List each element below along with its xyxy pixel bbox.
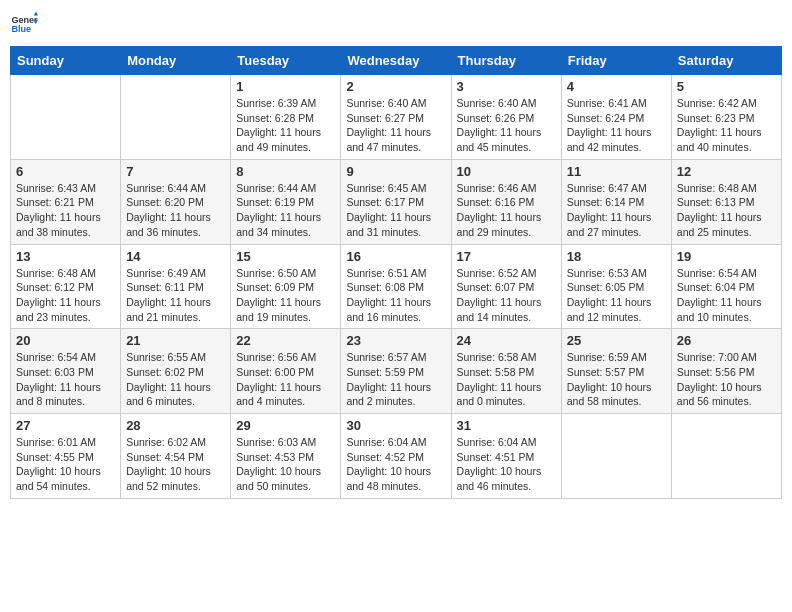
day-info: Sunrise: 6:48 AM Sunset: 6:12 PM Dayligh… xyxy=(16,266,115,325)
day-header-monday: Monday xyxy=(121,47,231,75)
calendar-cell: 17Sunrise: 6:52 AM Sunset: 6:07 PM Dayli… xyxy=(451,244,561,329)
svg-text:Blue: Blue xyxy=(11,24,31,34)
header: General Blue xyxy=(10,10,782,38)
day-info: Sunrise: 6:47 AM Sunset: 6:14 PM Dayligh… xyxy=(567,181,666,240)
calendar-cell: 10Sunrise: 6:46 AM Sunset: 6:16 PM Dayli… xyxy=(451,159,561,244)
day-info: Sunrise: 6:41 AM Sunset: 6:24 PM Dayligh… xyxy=(567,96,666,155)
day-info: Sunrise: 6:57 AM Sunset: 5:59 PM Dayligh… xyxy=(346,350,445,409)
day-number: 25 xyxy=(567,333,666,348)
day-info: Sunrise: 6:55 AM Sunset: 6:02 PM Dayligh… xyxy=(126,350,225,409)
day-header-wednesday: Wednesday xyxy=(341,47,451,75)
day-number: 17 xyxy=(457,249,556,264)
svg-marker-2 xyxy=(34,11,38,15)
calendar-cell: 26Sunrise: 7:00 AM Sunset: 5:56 PM Dayli… xyxy=(671,329,781,414)
calendar-cell: 27Sunrise: 6:01 AM Sunset: 4:55 PM Dayli… xyxy=(11,414,121,499)
day-info: Sunrise: 6:52 AM Sunset: 6:07 PM Dayligh… xyxy=(457,266,556,325)
calendar-cell: 3Sunrise: 6:40 AM Sunset: 6:26 PM Daylig… xyxy=(451,75,561,160)
day-info: Sunrise: 6:40 AM Sunset: 6:26 PM Dayligh… xyxy=(457,96,556,155)
calendar-cell: 2Sunrise: 6:40 AM Sunset: 6:27 PM Daylig… xyxy=(341,75,451,160)
calendar-cell xyxy=(121,75,231,160)
day-number: 15 xyxy=(236,249,335,264)
calendar-cell: 15Sunrise: 6:50 AM Sunset: 6:09 PM Dayli… xyxy=(231,244,341,329)
day-number: 2 xyxy=(346,79,445,94)
day-number: 27 xyxy=(16,418,115,433)
logo: General Blue xyxy=(10,10,38,38)
day-number: 9 xyxy=(346,164,445,179)
day-info: Sunrise: 6:51 AM Sunset: 6:08 PM Dayligh… xyxy=(346,266,445,325)
day-number: 11 xyxy=(567,164,666,179)
day-info: Sunrise: 6:01 AM Sunset: 4:55 PM Dayligh… xyxy=(16,435,115,494)
day-info: Sunrise: 7:00 AM Sunset: 5:56 PM Dayligh… xyxy=(677,350,776,409)
day-info: Sunrise: 6:43 AM Sunset: 6:21 PM Dayligh… xyxy=(16,181,115,240)
day-info: Sunrise: 6:44 AM Sunset: 6:20 PM Dayligh… xyxy=(126,181,225,240)
day-headers-row: SundayMondayTuesdayWednesdayThursdayFrid… xyxy=(11,47,782,75)
day-info: Sunrise: 6:58 AM Sunset: 5:58 PM Dayligh… xyxy=(457,350,556,409)
day-number: 10 xyxy=(457,164,556,179)
week-row-4: 20Sunrise: 6:54 AM Sunset: 6:03 PM Dayli… xyxy=(11,329,782,414)
week-row-3: 13Sunrise: 6:48 AM Sunset: 6:12 PM Dayli… xyxy=(11,244,782,329)
day-number: 19 xyxy=(677,249,776,264)
calendar-cell: 25Sunrise: 6:59 AM Sunset: 5:57 PM Dayli… xyxy=(561,329,671,414)
day-number: 6 xyxy=(16,164,115,179)
day-number: 13 xyxy=(16,249,115,264)
day-number: 12 xyxy=(677,164,776,179)
calendar-cell xyxy=(11,75,121,160)
day-info: Sunrise: 6:04 AM Sunset: 4:51 PM Dayligh… xyxy=(457,435,556,494)
calendar-cell: 9Sunrise: 6:45 AM Sunset: 6:17 PM Daylig… xyxy=(341,159,451,244)
day-info: Sunrise: 6:45 AM Sunset: 6:17 PM Dayligh… xyxy=(346,181,445,240)
day-number: 31 xyxy=(457,418,556,433)
day-number: 30 xyxy=(346,418,445,433)
day-header-friday: Friday xyxy=(561,47,671,75)
calendar-cell: 22Sunrise: 6:56 AM Sunset: 6:00 PM Dayli… xyxy=(231,329,341,414)
calendar-cell: 14Sunrise: 6:49 AM Sunset: 6:11 PM Dayli… xyxy=(121,244,231,329)
calendar-cell: 31Sunrise: 6:04 AM Sunset: 4:51 PM Dayli… xyxy=(451,414,561,499)
calendar-cell: 16Sunrise: 6:51 AM Sunset: 6:08 PM Dayli… xyxy=(341,244,451,329)
day-number: 29 xyxy=(236,418,335,433)
calendar-cell: 1Sunrise: 6:39 AM Sunset: 6:28 PM Daylig… xyxy=(231,75,341,160)
day-info: Sunrise: 6:03 AM Sunset: 4:53 PM Dayligh… xyxy=(236,435,335,494)
calendar-cell: 7Sunrise: 6:44 AM Sunset: 6:20 PM Daylig… xyxy=(121,159,231,244)
day-info: Sunrise: 6:50 AM Sunset: 6:09 PM Dayligh… xyxy=(236,266,335,325)
day-number: 7 xyxy=(126,164,225,179)
day-number: 26 xyxy=(677,333,776,348)
calendar-cell: 8Sunrise: 6:44 AM Sunset: 6:19 PM Daylig… xyxy=(231,159,341,244)
calendar-cell xyxy=(671,414,781,499)
day-info: Sunrise: 6:53 AM Sunset: 6:05 PM Dayligh… xyxy=(567,266,666,325)
logo-icon: General Blue xyxy=(10,10,38,38)
day-info: Sunrise: 6:49 AM Sunset: 6:11 PM Dayligh… xyxy=(126,266,225,325)
day-info: Sunrise: 6:04 AM Sunset: 4:52 PM Dayligh… xyxy=(346,435,445,494)
calendar-cell: 19Sunrise: 6:54 AM Sunset: 6:04 PM Dayli… xyxy=(671,244,781,329)
day-number: 16 xyxy=(346,249,445,264)
week-row-5: 27Sunrise: 6:01 AM Sunset: 4:55 PM Dayli… xyxy=(11,414,782,499)
day-info: Sunrise: 6:54 AM Sunset: 6:04 PM Dayligh… xyxy=(677,266,776,325)
day-info: Sunrise: 6:56 AM Sunset: 6:00 PM Dayligh… xyxy=(236,350,335,409)
day-info: Sunrise: 6:59 AM Sunset: 5:57 PM Dayligh… xyxy=(567,350,666,409)
day-number: 24 xyxy=(457,333,556,348)
calendar-cell xyxy=(561,414,671,499)
day-info: Sunrise: 6:02 AM Sunset: 4:54 PM Dayligh… xyxy=(126,435,225,494)
day-number: 28 xyxy=(126,418,225,433)
day-info: Sunrise: 6:48 AM Sunset: 6:13 PM Dayligh… xyxy=(677,181,776,240)
calendar-cell: 29Sunrise: 6:03 AM Sunset: 4:53 PM Dayli… xyxy=(231,414,341,499)
day-header-thursday: Thursday xyxy=(451,47,561,75)
day-header-tuesday: Tuesday xyxy=(231,47,341,75)
calendar-cell: 24Sunrise: 6:58 AM Sunset: 5:58 PM Dayli… xyxy=(451,329,561,414)
day-header-saturday: Saturday xyxy=(671,47,781,75)
day-info: Sunrise: 6:44 AM Sunset: 6:19 PM Dayligh… xyxy=(236,181,335,240)
calendar-cell: 4Sunrise: 6:41 AM Sunset: 6:24 PM Daylig… xyxy=(561,75,671,160)
calendar-cell: 21Sunrise: 6:55 AM Sunset: 6:02 PM Dayli… xyxy=(121,329,231,414)
calendar-cell: 13Sunrise: 6:48 AM Sunset: 6:12 PM Dayli… xyxy=(11,244,121,329)
day-number: 5 xyxy=(677,79,776,94)
day-number: 22 xyxy=(236,333,335,348)
week-row-1: 1Sunrise: 6:39 AM Sunset: 6:28 PM Daylig… xyxy=(11,75,782,160)
calendar-cell: 12Sunrise: 6:48 AM Sunset: 6:13 PM Dayli… xyxy=(671,159,781,244)
day-number: 14 xyxy=(126,249,225,264)
day-number: 1 xyxy=(236,79,335,94)
day-number: 20 xyxy=(16,333,115,348)
calendar-cell: 20Sunrise: 6:54 AM Sunset: 6:03 PM Dayli… xyxy=(11,329,121,414)
calendar-cell: 23Sunrise: 6:57 AM Sunset: 5:59 PM Dayli… xyxy=(341,329,451,414)
day-number: 8 xyxy=(236,164,335,179)
calendar-cell: 28Sunrise: 6:02 AM Sunset: 4:54 PM Dayli… xyxy=(121,414,231,499)
svg-text:General: General xyxy=(11,15,38,25)
day-info: Sunrise: 6:40 AM Sunset: 6:27 PM Dayligh… xyxy=(346,96,445,155)
